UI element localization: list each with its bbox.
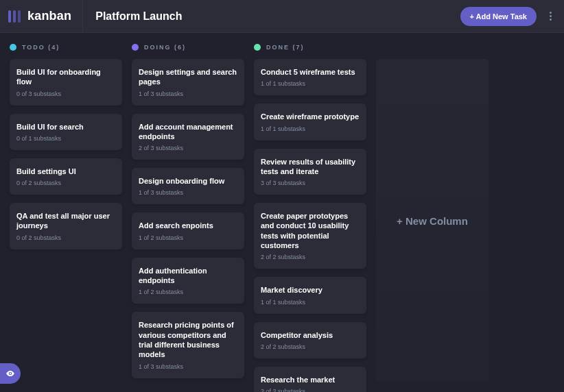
task-subtasks: 1 of 3 substasks: [139, 189, 237, 196]
column-done: DONE (7) Conduct 5 wireframe tests 1 of …: [254, 42, 366, 382]
task-title: Build settings UI: [16, 167, 115, 176]
task-subtasks: 1 of 1 substasks: [261, 299, 360, 306]
task-title: Review results of usability tests and it…: [261, 157, 360, 177]
task-title: Design settings and search pages: [139, 67, 237, 87]
column-header: TODO (4): [10, 44, 122, 51]
column-title: TODO (4): [22, 44, 60, 51]
task-title: Add account management endpoints: [139, 122, 237, 142]
task-subtasks: 2 of 2 substasks: [261, 343, 360, 350]
task-card[interactable]: Design settings and search pages 1 of 3 …: [132, 59, 244, 106]
task-title: QA and test all major user journeys: [16, 211, 115, 231]
task-title: Add search enpoints: [139, 221, 237, 230]
task-card[interactable]: Research the market 2 of 2 substasks: [254, 367, 366, 392]
task-card[interactable]: Competitor analysis 2 of 2 substasks: [254, 322, 366, 358]
task-title: Conduct 5 wireframe tests: [261, 67, 360, 77]
task-card[interactable]: Build settings UI 0 of 2 substasks: [10, 158, 122, 195]
task-card[interactable]: Research pricing points of various compe…: [132, 312, 244, 378]
task-subtasks: 1 of 3 substasks: [139, 90, 237, 97]
task-subtasks: 2 of 2 substasks: [261, 388, 360, 392]
task-card[interactable]: QA and test all major user journeys 0 of…: [10, 203, 122, 249]
task-subtasks: 0 of 2 substasks: [16, 234, 115, 241]
task-title: Competitor analysis: [261, 330, 360, 340]
task-subtasks: 1 of 2 substasks: [139, 234, 237, 241]
task-subtasks: 0 of 3 substasks: [16, 90, 115, 97]
task-subtasks: 2 of 3 substasks: [139, 145, 237, 151]
show-sidebar-button[interactable]: [0, 363, 21, 384]
task-subtasks: 1 of 2 substasks: [139, 289, 237, 295]
task-subtasks: 1 of 1 substasks: [261, 125, 360, 132]
task-card[interactable]: Create wireframe prototype 1 of 1 substa…: [254, 103, 366, 140]
task-subtasks: 0 of 2 substasks: [16, 180, 115, 186]
app-header: kanban Platform Launch + Add New Task: [0, 0, 564, 33]
task-subtasks: 1 of 3 substasks: [139, 363, 237, 370]
task-subtasks: 2 of 2 substasks: [261, 254, 360, 260]
task-card[interactable]: Build UI for search 0 of 1 substasks: [10, 114, 122, 150]
task-title: Research pricing points of various compe…: [139, 320, 237, 359]
column-color-dot: [254, 44, 261, 51]
task-title: Add authentication endpoints: [139, 266, 237, 286]
task-card[interactable]: Add authentication endpoints 1 of 2 subs…: [132, 258, 244, 304]
task-title: Build UI for onboarding flow: [16, 67, 115, 87]
task-subtasks: 3 of 3 substasks: [261, 180, 360, 186]
task-title: Build UI for search: [16, 122, 115, 132]
logo-text: kanban: [27, 9, 71, 23]
task-card[interactable]: Add account management endpoints 2 of 3 …: [132, 114, 244, 160]
new-column-label: + New Column: [397, 215, 468, 227]
column-doing: DOING (6) Design settings and search pag…: [132, 42, 244, 382]
column-todo: TODO (4) Build UI for onboarding flow 0 …: [10, 42, 122, 382]
task-title: Create paper prototypes and conduct 10 u…: [261, 211, 360, 250]
column-title: DOING (6): [144, 44, 186, 51]
column-header: DOING (6): [132, 44, 244, 51]
task-title: Create wireframe prototype: [261, 112, 360, 121]
column-color-dot: [132, 44, 139, 51]
add-task-button[interactable]: + Add New Task: [460, 7, 537, 26]
logo: kanban: [8, 0, 83, 32]
logo-icon: [8, 10, 21, 23]
task-card[interactable]: Build UI for onboarding flow 0 of 3 subs…: [10, 59, 122, 106]
eye-icon: [5, 369, 15, 378]
column-title: DONE (7): [266, 44, 305, 51]
task-card[interactable]: Design onboarding flow 1 of 3 substasks: [132, 168, 244, 204]
task-title: Design onboarding flow: [139, 176, 237, 186]
column-header: DONE (7): [254, 44, 366, 51]
task-title: Market discovery: [261, 285, 360, 295]
new-column-button[interactable]: + New Column: [376, 59, 489, 382]
board: TODO (4) Build UI for onboarding flow 0 …: [0, 33, 564, 392]
task-card[interactable]: Conduct 5 wireframe tests 1 of 1 substas…: [254, 59, 366, 95]
task-card[interactable]: Add search enpoints 1 of 2 substasks: [132, 212, 244, 249]
task-card[interactable]: Market discovery 1 of 1 substasks: [254, 277, 366, 313]
task-subtasks: 1 of 1 substasks: [261, 80, 360, 87]
column-color-dot: [10, 44, 16, 51]
task-card[interactable]: Create paper prototypes and conduct 10 u…: [254, 203, 366, 269]
task-title: Research the market: [261, 375, 360, 384]
board-title: Platform Launch: [95, 10, 182, 23]
task-card[interactable]: Review results of usability tests and it…: [254, 149, 366, 195]
board-menu-icon[interactable]: [545, 9, 556, 23]
task-subtasks: 0 of 1 substasks: [16, 135, 115, 142]
